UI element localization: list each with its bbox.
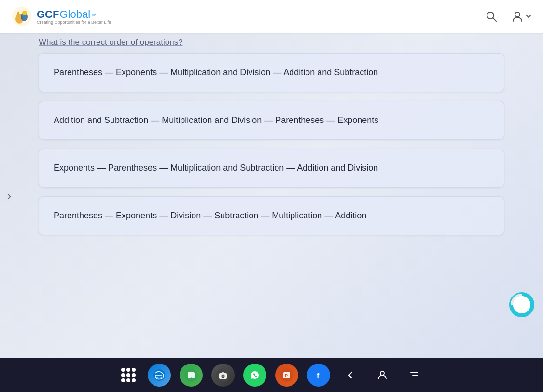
option-3-text: Exponents — Parentheses — Multiplication… [54, 163, 378, 173]
option-card-2[interactable]: Addition and Subtraction — Multiplicatio… [39, 101, 504, 140]
svg-rect-23 [412, 375, 418, 376]
search-button[interactable] [485, 10, 498, 23]
misc-icon [408, 369, 420, 381]
dot [132, 368, 136, 372]
floating-circle-button[interactable] [509, 292, 534, 317]
svg-line-5 [493, 18, 497, 22]
apps-grid [121, 368, 136, 382]
back-button[interactable] [339, 364, 362, 387]
apps-button[interactable] [118, 365, 139, 386]
svg-point-3 [22, 11, 27, 15]
svg-point-6 [515, 12, 520, 17]
nav-icons [485, 10, 531, 23]
whatsapp-app-icon [248, 368, 262, 382]
facebook-app-icon: f [312, 368, 325, 382]
svg-text:P: P [285, 373, 288, 378]
navbar: GCFGlobal™ Creating Opportunities for a … [0, 0, 543, 33]
phone-icon[interactable] [180, 364, 203, 387]
chevron-down-icon [526, 14, 531, 19]
user-icon [511, 10, 524, 23]
logo-tagline: Creating Opportunities for a Better Life [37, 20, 111, 25]
edge-icon[interactable] [148, 364, 171, 387]
left-arrow[interactable]: › [7, 188, 11, 203]
logo-trademark: ™ [91, 13, 97, 19]
option-2-text: Addition and Subtraction — Multiplicatio… [54, 115, 378, 125]
dot [126, 373, 130, 377]
svg-rect-24 [410, 378, 418, 378]
back-icon [345, 369, 356, 381]
svg-rect-22 [410, 372, 418, 373]
facebook-icon[interactable]: f [307, 364, 330, 387]
option-4-text: Parentheses — Exponents — Division — Sub… [54, 211, 366, 220]
logo-global: Global [59, 8, 90, 21]
dot [121, 378, 125, 382]
dot [126, 378, 130, 382]
svg-point-13 [222, 375, 224, 377]
dot [121, 373, 125, 377]
option-card-1[interactable]: Parentheses — Exponents — Multiplication… [39, 53, 504, 92]
option-1-text: Parentheses — Exponents — Multiplication… [54, 68, 378, 77]
dot [121, 368, 125, 372]
whatsapp-icon[interactable] [243, 364, 266, 387]
question-text: What is the correct order of operations? [39, 38, 504, 47]
search-icon [485, 10, 498, 23]
option-card-4[interactable]: Parentheses — Exponents — Division — Sub… [39, 196, 504, 235]
dot [132, 373, 136, 377]
dot [132, 378, 136, 382]
svg-text:f: f [317, 372, 320, 380]
camera-app-icon [216, 368, 230, 382]
camera-icon[interactable] [211, 364, 235, 387]
svg-point-21 [380, 371, 384, 375]
logo-gcf: GCF [37, 8, 59, 21]
floating-circle-inner [513, 296, 530, 313]
main-content: › What is the correct order of operation… [0, 33, 543, 358]
logo-text-block: GCFGlobal™ Creating Opportunities for a … [37, 8, 111, 25]
logo-area: GCFGlobal™ Creating Opportunities for a … [12, 6, 111, 27]
person-button[interactable] [371, 364, 394, 387]
person-icon [376, 369, 388, 381]
svg-point-9 [190, 377, 191, 378]
edge-browser-icon [153, 368, 166, 382]
phone-app-icon [184, 368, 198, 382]
misc-button[interactable] [403, 364, 426, 387]
gcf-logo-icon [12, 6, 32, 27]
svg-rect-14 [222, 372, 224, 373]
powerpoint-app-icon: P [280, 368, 293, 382]
taskbar: P f [0, 358, 543, 392]
powerpoint-icon[interactable]: P [275, 364, 298, 387]
dot [126, 368, 130, 372]
user-button[interactable] [511, 10, 531, 23]
option-card-3[interactable]: Exponents — Parentheses — Multiplication… [39, 149, 504, 188]
